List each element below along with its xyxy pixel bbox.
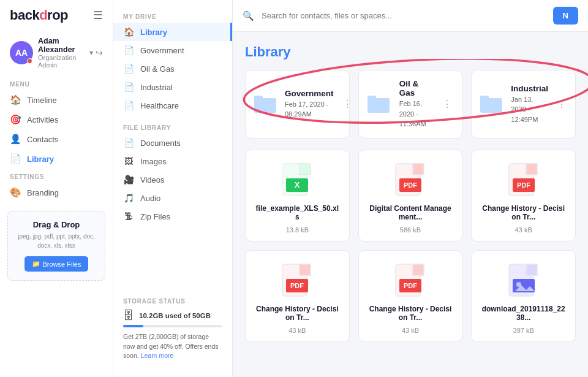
hamburger-icon[interactable]: ☰ xyxy=(93,9,103,22)
logout-icon[interactable]: ↪ xyxy=(96,48,103,58)
svg-text:X: X xyxy=(295,180,300,189)
svg-rect-2 xyxy=(254,96,263,101)
sidebar-item-timeline[interactable]: 🏠 Timeline xyxy=(0,90,113,110)
middle-nav-zip-label: Zip Files xyxy=(140,212,170,221)
avatar: AA xyxy=(10,41,33,64)
user-chevron-icon[interactable]: ▾ xyxy=(89,48,93,57)
middle-nav-audio[interactable]: 🎵 Audio xyxy=(113,189,232,207)
middle-nav-oil-gas[interactable]: 📄 Oil & Gas xyxy=(113,59,232,78)
middle-nav-government[interactable]: 📄 Government xyxy=(113,41,232,59)
drag-drop-title: Drag & Drop xyxy=(14,220,99,229)
sidebar-item-activities[interactable]: 🎯 Activities xyxy=(0,110,113,129)
main-content: 🔍 N Library Government xyxy=(233,0,588,377)
sidebar-item-library-label: Library xyxy=(27,154,54,164)
folder-more-oil-gas[interactable]: ⋮ xyxy=(441,97,453,111)
middle-oil-gas-icon: 📄 xyxy=(123,64,134,74)
file-size-pdf-4: 43 kB xyxy=(402,327,419,334)
logo-area: backdrop ☰ xyxy=(0,7,113,32)
library-icon: 📄 xyxy=(10,153,21,164)
middle-nav-zip-files[interactable]: 🗜 Zip Files xyxy=(113,207,232,226)
middle-nav-library[interactable]: 🏠 Library xyxy=(113,23,232,41)
svg-rect-13 xyxy=(413,164,424,175)
documents-icon: 📄 xyxy=(123,138,134,148)
file-size-xls: 13.8 kB xyxy=(286,226,309,234)
svg-text:PDF: PDF xyxy=(404,181,417,189)
svg-text:PDF: PDF xyxy=(290,282,304,289)
my-drive-label: MY DRIVE xyxy=(113,9,232,23)
middle-nav-images[interactable]: 🖼 Images xyxy=(113,152,232,170)
file-name-pdf-3: Change History - Decision Tr... xyxy=(254,305,341,322)
folder-icon-government xyxy=(254,93,277,115)
folder-card-government[interactable]: Government Feb 17, 2020 - 08:29AM ⋮ xyxy=(245,70,350,139)
drag-drop-types: jpeg, jpg, pdf, ppt, pptx, doc, docx, xl… xyxy=(14,232,99,250)
file-size-pdf-1: 586 kB xyxy=(400,226,421,234)
sidebar-item-activities-label: Activities xyxy=(27,115,58,124)
new-button[interactable]: N xyxy=(553,7,578,25)
middle-nav-government-label: Government xyxy=(140,46,184,55)
file-card-pdf-3[interactable]: PDF Change History - Decision Tr... 43 k… xyxy=(245,250,350,342)
user-role: Organization Admin xyxy=(38,54,87,69)
search-icon: 🔍 xyxy=(243,10,254,21)
sidebar-item-branding[interactable]: 🎨 Branding xyxy=(0,183,113,202)
folder-card-oil-gas[interactable]: Oil & Gas Feb 16, 2020 - 11:36AM ⋮ xyxy=(358,70,463,139)
pdf-file-icon-1: PDF xyxy=(394,162,426,199)
top-bar: 🔍 N xyxy=(233,0,588,32)
file-name-pdf-4: Change History - Decision Tr... xyxy=(368,305,454,322)
svg-rect-9 xyxy=(300,164,311,175)
file-library-label: FILE LIBRARY xyxy=(113,120,232,134)
middle-nav-healthcare-label: Healthcare xyxy=(140,101,179,110)
storage-bar xyxy=(123,325,222,327)
user-info: Adam Alexander Organization Admin xyxy=(38,37,87,69)
middle-nav-oil-gas-label: Oil & Gas xyxy=(140,64,175,74)
browse-files-button[interactable]: 📁 Browse Files xyxy=(24,256,89,272)
folder-meta-government: Government Feb 17, 2020 - 08:29AM xyxy=(285,89,334,120)
page-title: Library xyxy=(245,44,576,60)
middle-nav-documents-label: Documents xyxy=(140,139,181,148)
middle-nav-industrial[interactable]: 📄 Industrial xyxy=(113,78,232,96)
timeline-icon: 🏠 xyxy=(10,94,21,105)
files-grid: X file_example_XLS_50.xls 13.8 kB PDF Di… xyxy=(245,150,576,342)
middle-nav-videos-label: Videos xyxy=(140,175,165,185)
sidebar-item-library[interactable]: 📄 Library xyxy=(0,149,113,169)
folder-icon-industrial xyxy=(480,93,503,115)
file-size-pdf-2: 43 kB xyxy=(515,226,532,234)
sidebar-item-contacts[interactable]: 👤 Contacts xyxy=(0,129,113,149)
folder-date-industrial: Jan 13, 2020 - 12:49PM xyxy=(511,94,548,125)
user-name: Adam Alexander xyxy=(38,37,87,54)
svg-rect-21 xyxy=(300,264,311,275)
svg-text:PDF: PDF xyxy=(404,282,417,289)
storage-promo-text: Get 2TB (2,000GB) of storage now and get… xyxy=(123,332,222,361)
top-bar-right: N xyxy=(553,7,578,25)
folder-more-government[interactable]: ⋮ xyxy=(341,97,353,111)
sidebar-item-timeline-label: Timeline xyxy=(27,96,57,105)
file-size-pdf-3: 43 kB xyxy=(288,327,306,334)
file-card-img[interactable]: download_20191118_2238... 397 kB xyxy=(471,250,576,342)
folder-icon: 📁 xyxy=(32,260,40,268)
file-name-img: download_20191118_2238... xyxy=(480,305,567,322)
middle-nav-documents[interactable]: 📄 Documents xyxy=(113,134,232,152)
drag-drop-area: Drag & Drop jpeg, jpg, pdf, ppt, pptx, d… xyxy=(7,211,105,281)
xls-file-icon: X xyxy=(281,162,313,199)
middle-industrial-icon: 📄 xyxy=(123,82,134,92)
middle-government-icon: 📄 xyxy=(123,45,134,55)
storage-icon-row: 🗄 10.2GB used of 50GB xyxy=(123,310,222,322)
zip-icon: 🗜 xyxy=(123,211,134,221)
search-input[interactable] xyxy=(262,11,546,20)
settings-section-label: SETTINGS xyxy=(0,169,113,183)
middle-nav-videos[interactable]: 🎥 Videos xyxy=(113,170,232,189)
user-section: AA Adam Alexander Organization Admin ▾ ↪ xyxy=(0,32,113,76)
file-card-pdf-4[interactable]: PDF Change History - Decision Tr... 43 k… xyxy=(358,250,463,342)
file-card-pdf-2[interactable]: PDF Change History - Decision Tr... 43 k… xyxy=(471,150,576,242)
folder-more-industrial[interactable]: ⋮ xyxy=(556,97,568,111)
learn-more-link[interactable]: Learn more xyxy=(141,352,174,359)
folder-meta-industrial: Industrial Jan 13, 2020 - 12:49PM xyxy=(511,84,548,125)
file-card-pdf-1[interactable]: PDF Digital Content Management... 586 kB xyxy=(358,150,463,242)
folder-card-industrial[interactable]: Industrial Jan 13, 2020 - 12:49PM ⋮ xyxy=(471,70,576,139)
avatar-status-dot xyxy=(27,58,32,64)
branding-icon: 🎨 xyxy=(10,187,21,198)
folder-icon-oil-gas xyxy=(368,93,392,115)
svg-rect-4 xyxy=(368,96,376,101)
middle-nav-healthcare[interactable]: 📄 Healthcare xyxy=(113,96,232,115)
folder-date-oil-gas: Feb 16, 2020 - 11:36AM xyxy=(399,99,434,129)
file-card-xls[interactable]: X file_example_XLS_50.xls 13.8 kB xyxy=(245,150,350,242)
